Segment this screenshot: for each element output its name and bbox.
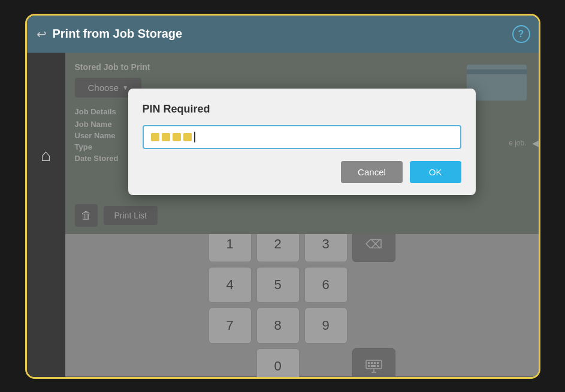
content-area: Stored Job to Print Choose ▼ Job Details…	[65, 53, 539, 377]
pin-input-wrapper	[143, 125, 461, 149]
device-frame: ↩ Print from Job Storage ? ⌂ Stored Job …	[25, 14, 540, 379]
back-icon[interactable]: ↩	[37, 27, 47, 41]
help-button[interactable]: ?	[512, 25, 530, 43]
modal-title: PIN Required	[143, 103, 461, 116]
pin-dot-4	[183, 133, 192, 141]
pin-cursor	[194, 132, 195, 142]
pin-dot-3	[173, 133, 181, 141]
modal-overlay: PIN Required Cancel OK	[65, 53, 539, 377]
pin-dialog: PIN Required Cancel OK	[128, 89, 476, 195]
page-title: Print from Job Storage	[53, 27, 183, 41]
modal-buttons: Cancel OK	[143, 161, 461, 183]
sidebar: ⌂	[27, 53, 65, 377]
pin-input[interactable]	[143, 125, 461, 149]
home-icon[interactable]: ⌂	[41, 146, 51, 165]
ok-button[interactable]: OK	[410, 161, 461, 183]
pin-dot-1	[151, 133, 159, 141]
pin-dot-2	[162, 133, 170, 141]
main-area: ⌂ Stored Job to Print Choose ▼ Job Detai…	[27, 53, 539, 377]
header: ↩ Print from Job Storage ?	[27, 16, 539, 53]
cancel-button[interactable]: Cancel	[341, 161, 403, 183]
